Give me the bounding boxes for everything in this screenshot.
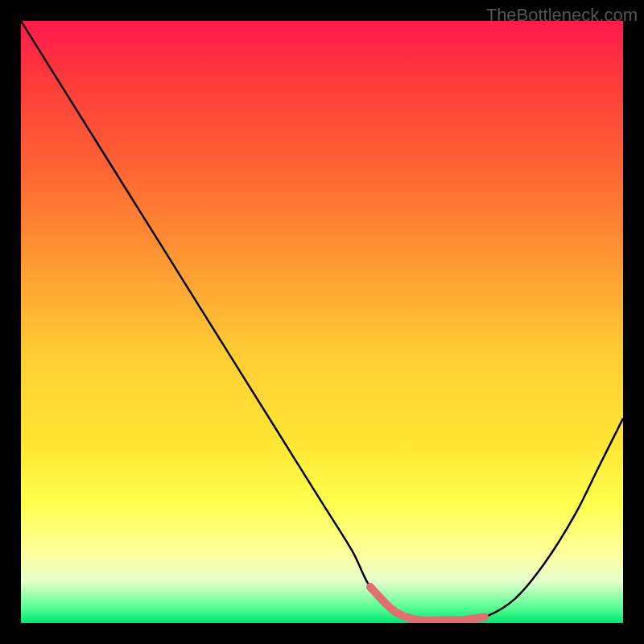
chart-container: TheBottleneck.com [0, 0, 644, 644]
highlight-segment [370, 587, 485, 621]
bottleneck-curve [21, 21, 623, 621]
chart-svg [21, 21, 623, 623]
watermark-text: TheBottleneck.com [486, 5, 638, 26]
